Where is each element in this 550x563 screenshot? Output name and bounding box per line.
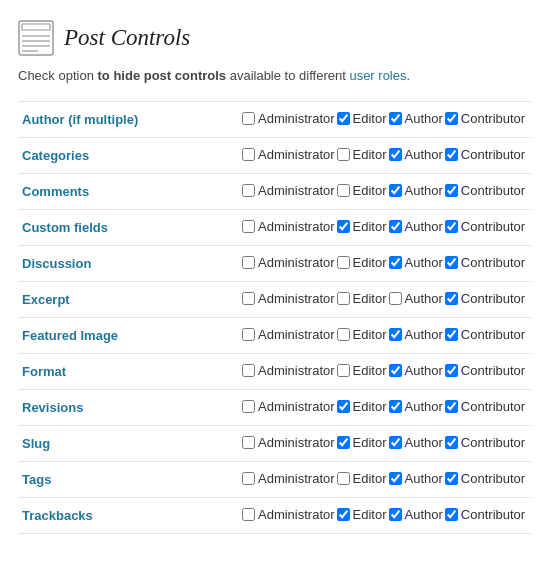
checkbox-revisions-author[interactable] (389, 400, 402, 413)
user-roles-link[interactable]: user roles (349, 68, 406, 83)
row-roles: AdministratorEditorAuthorContributor (238, 246, 532, 282)
checkbox-discussion-administrator[interactable] (242, 256, 255, 269)
checkbox-custom-fields-editor[interactable] (337, 220, 350, 233)
role-label-text: Editor (353, 147, 387, 162)
checkbox-comments-editor[interactable] (337, 184, 350, 197)
role-item-contributor: Contributor (445, 111, 525, 126)
role-item-author: Author (389, 471, 443, 486)
checkbox-featured-image-contributor[interactable] (445, 328, 458, 341)
row-label: Trackbacks (18, 498, 238, 534)
checkbox-custom-fields-author[interactable] (389, 220, 402, 233)
role-item-editor: Editor (337, 363, 387, 378)
role-item-administrator: Administrator (242, 291, 335, 306)
row-roles: AdministratorEditorAuthorContributor (238, 390, 532, 426)
role-item-author: Author (389, 363, 443, 378)
checkbox-slug-editor[interactable] (337, 436, 350, 449)
checkbox-trackbacks-author[interactable] (389, 508, 402, 521)
checkbox-format-editor[interactable] (337, 364, 350, 377)
role-item-contributor: Contributor (445, 183, 525, 198)
table-row: FormatAdministratorEditorAuthorContribut… (18, 354, 532, 390)
role-label-text: Administrator (258, 327, 335, 342)
row-roles: AdministratorEditorAuthorContributor (238, 462, 532, 498)
svg-rect-1 (22, 24, 50, 30)
role-label-text: Administrator (258, 183, 335, 198)
role-item-administrator: Administrator (242, 507, 335, 522)
role-item-contributor: Contributor (445, 147, 525, 162)
checkbox-slug-author[interactable] (389, 436, 402, 449)
checkbox-comments-contributor[interactable] (445, 184, 458, 197)
checkbox-author-(if-multiple)-editor[interactable] (337, 112, 350, 125)
role-label-text: Contributor (461, 507, 525, 522)
checkbox-author-(if-multiple)-author[interactable] (389, 112, 402, 125)
checkbox-tags-administrator[interactable] (242, 472, 255, 485)
role-item-author: Author (389, 255, 443, 270)
checkbox-author-(if-multiple)-contributor[interactable] (445, 112, 458, 125)
checkbox-trackbacks-administrator[interactable] (242, 508, 255, 521)
checkbox-slug-administrator[interactable] (242, 436, 255, 449)
role-item-editor: Editor (337, 399, 387, 414)
role-label-text: Contributor (461, 255, 525, 270)
checkbox-author-(if-multiple)-administrator[interactable] (242, 112, 255, 125)
checkbox-categories-editor[interactable] (337, 148, 350, 161)
row-label: Format (18, 354, 238, 390)
checkbox-featured-image-administrator[interactable] (242, 328, 255, 341)
checkbox-discussion-contributor[interactable] (445, 256, 458, 269)
checkbox-comments-author[interactable] (389, 184, 402, 197)
table-row: TrackbacksAdministratorEditorAuthorContr… (18, 498, 532, 534)
row-roles: AdministratorEditorAuthorContributor (238, 498, 532, 534)
checkbox-excerpt-contributor[interactable] (445, 292, 458, 305)
row-label: Author (if multiple) (18, 102, 238, 138)
checkbox-slug-contributor[interactable] (445, 436, 458, 449)
role-label-text: Contributor (461, 291, 525, 306)
table-row: CategoriesAdministratorEditorAuthorContr… (18, 138, 532, 174)
checkbox-comments-administrator[interactable] (242, 184, 255, 197)
checkbox-revisions-administrator[interactable] (242, 400, 255, 413)
role-label-text: Contributor (461, 327, 525, 342)
checkbox-custom-fields-contributor[interactable] (445, 220, 458, 233)
role-item-author: Author (389, 111, 443, 126)
role-item-administrator: Administrator (242, 147, 335, 162)
table-row: DiscussionAdministratorEditorAuthorContr… (18, 246, 532, 282)
role-item-administrator: Administrator (242, 471, 335, 486)
role-item-author: Author (389, 219, 443, 234)
checkbox-excerpt-editor[interactable] (337, 292, 350, 305)
checkbox-discussion-author[interactable] (389, 256, 402, 269)
checkbox-featured-image-editor[interactable] (337, 328, 350, 341)
role-label-text: Author (405, 327, 443, 342)
role-item-administrator: Administrator (242, 327, 335, 342)
checkbox-revisions-editor[interactable] (337, 400, 350, 413)
role-item-editor: Editor (337, 111, 387, 126)
description-bold: to hide post controls (98, 68, 227, 83)
checkbox-categories-contributor[interactable] (445, 148, 458, 161)
checkbox-format-author[interactable] (389, 364, 402, 377)
checkbox-format-administrator[interactable] (242, 364, 255, 377)
checkbox-tags-contributor[interactable] (445, 472, 458, 485)
checkbox-discussion-editor[interactable] (337, 256, 350, 269)
role-label-text: Editor (353, 327, 387, 342)
checkbox-custom-fields-administrator[interactable] (242, 220, 255, 233)
checkbox-trackbacks-contributor[interactable] (445, 508, 458, 521)
checkbox-tags-author[interactable] (389, 472, 402, 485)
role-item-editor: Editor (337, 219, 387, 234)
role-label-text: Author (405, 147, 443, 162)
checkbox-categories-administrator[interactable] (242, 148, 255, 161)
checkbox-featured-image-author[interactable] (389, 328, 402, 341)
row-roles: AdministratorEditorAuthorContributor (238, 102, 532, 138)
controls-table: Author (if multiple)AdministratorEditorA… (18, 101, 532, 534)
role-item-administrator: Administrator (242, 111, 335, 126)
checkbox-tags-editor[interactable] (337, 472, 350, 485)
role-item-contributor: Contributor (445, 219, 525, 234)
checkbox-excerpt-author[interactable] (389, 292, 402, 305)
role-label-text: Editor (353, 291, 387, 306)
role-label-text: Author (405, 183, 443, 198)
role-item-author: Author (389, 327, 443, 342)
checkbox-categories-author[interactable] (389, 148, 402, 161)
description-text: Check option to hide post controls avail… (18, 68, 532, 83)
role-item-editor: Editor (337, 435, 387, 450)
checkbox-format-contributor[interactable] (445, 364, 458, 377)
checkbox-trackbacks-editor[interactable] (337, 508, 350, 521)
checkbox-revisions-contributor[interactable] (445, 400, 458, 413)
checkbox-excerpt-administrator[interactable] (242, 292, 255, 305)
role-item-contributor: Contributor (445, 255, 525, 270)
row-roles: AdministratorEditorAuthorContributor (238, 174, 532, 210)
